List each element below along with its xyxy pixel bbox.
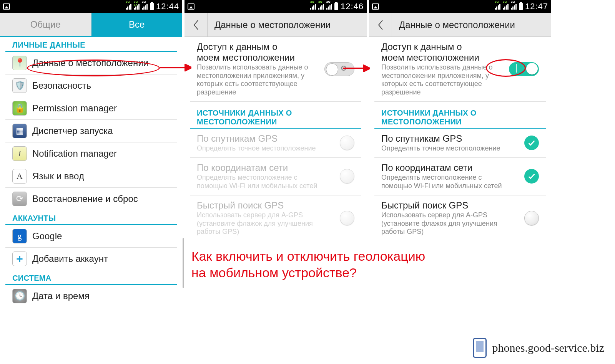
clock: 12:47 [525,2,548,12]
row-network: По координатам сети Определять местополо… [190,158,361,195]
item-language[interactable]: A Язык и ввод [5,165,177,188]
signal-icon: 2G [326,3,332,10]
item-security[interactable]: 🛡️ Безопасность [5,74,177,97]
item-label: Восстановление и сброс [32,194,138,204]
screen-location-off: 3G 3G 2G 12:46 Данные о местоположении Д… [184,0,367,364]
row-subtitle: Определять местоположение с помощью Wi-F… [381,174,504,190]
screen-location-on: 3G 3G 2G 12:47 Данные о местоположении Д… [369,0,551,364]
signal-icon: 3G [126,3,131,10]
item-permission[interactable]: 🔒 Permission manager [5,97,177,120]
row-subtitle: Определять точное местоположение [197,144,320,153]
clock: 12:44 [156,2,179,12]
radio-gps [340,136,354,150]
checkbox-network[interactable] [524,169,539,184]
item-label: Google [32,231,62,242]
row-access[interactable]: Доступ к данным омоем местоположении Поз… [374,37,546,102]
plus-icon: + [12,251,27,266]
status-bar: 3G 3G1X 2G 12:44 [0,0,182,13]
radio-agps[interactable] [524,211,539,225]
back-button[interactable] [369,13,392,36]
row-title: По спутникам GPS [381,133,504,144]
row-gps: По спутникам GPS Определять точное место… [190,129,361,158]
row-title: Доступ к данным омоем местоположении [197,41,320,63]
item-label: Permission manager [32,103,117,114]
toggle-location-access[interactable]: O [324,62,354,76]
section-sources: ИСТОЧНИКИ ДАННЫХ О МЕСТОПОЛОЖЕНИИ [374,105,546,129]
row-subtitle: Определять местоположение с помощью Wi-F… [197,174,320,190]
footer-credit: phones.good-service.biz [473,338,604,358]
item-add-account[interactable]: + Добавить аккаунт [5,248,177,270]
info-icon: i [12,146,27,161]
battery-icon [334,3,338,10]
row-subtitle: Использовать сервер для A-GPS (установит… [381,211,504,236]
checkbox-gps[interactable] [524,136,539,150]
section-system: СИСТЕМА [5,270,177,285]
row-subtitle: Позволить использовать данные о местопол… [381,63,504,96]
signal-icon: 3G [310,3,316,10]
signal-icon: 2G [142,3,148,10]
item-label: Язык и ввод [32,171,84,182]
shield-icon: 🛡️ [12,78,27,93]
signal-icon: 3G [318,3,324,10]
row-subtitle: Использовать сервер для A-GPS (установит… [197,211,320,236]
screenshot-icon [188,3,194,10]
toggle-location-access[interactable] [509,62,539,76]
item-datetime[interactable]: 🕓 Дата и время [5,285,177,307]
item-label: Добавить аккаунт [32,253,108,264]
signal-icon: 2G [511,3,517,10]
clock-icon: 🕓 [12,289,27,303]
status-bar: 3G 3G 2G 12:47 [369,0,551,13]
map-pin-icon: 📍 [12,56,27,70]
row-subtitle: Определять точное местоположение [381,144,504,153]
item-label: Безопасность [32,80,91,91]
signal-icon: 3G [495,3,500,10]
row-agps[interactable]: Быстрый поиск GPS Использовать сервер дл… [374,195,546,241]
screen-settings-all: 3G 3G1X 2G 12:44 Общие Все ЛИЧНЫЕ ДАННЫЕ… [0,0,182,364]
battery-icon [150,3,154,10]
section-accounts: АККАУНТЫ [5,210,177,225]
item-google[interactable]: g Google [5,225,177,248]
tab-all[interactable]: Все [91,13,183,36]
status-bar: 3G 3G 2G 12:46 [184,0,367,13]
item-label: Дата и время [32,291,90,301]
row-title: По координатам сети [197,162,320,173]
letter-a-icon: A [12,169,27,184]
appbar: Данные о местоположении [184,13,367,37]
lock-icon: 🔒 [12,101,27,116]
row-agps: Быстрый поиск GPS Использовать сервер дл… [190,195,361,241]
radio-agps [340,211,354,225]
appbar: Данные о местоположении [369,13,551,37]
page-title: Данные о местоположении [208,20,331,30]
refresh-icon: ⟳ [12,192,27,206]
phone-icon [473,338,487,358]
row-title: Быстрый поиск GPS [197,200,320,211]
tabs: Общие Все [0,13,182,37]
back-button[interactable] [184,13,208,36]
tab-general[interactable]: Общие [0,13,91,36]
scrollbar[interactable] [183,238,184,288]
row-gps[interactable]: По спутникам GPS Определять точное место… [374,129,546,158]
clock: 12:46 [341,2,364,12]
page-title: Данные о местоположении [392,20,515,30]
item-notification[interactable]: i Notification manager [5,142,177,165]
launcher-icon: ▦ [12,124,27,138]
row-subtitle: Позволить использовать данные о местопол… [197,63,320,96]
screenshot-icon [3,3,10,10]
signal-icon: 3G1X [134,3,140,10]
section-personal: ЛИЧНЫЕ ДАННЫЕ [5,37,177,52]
item-label: Notification manager [32,148,117,159]
row-title: Доступ к данным омоем местоположении [381,41,504,63]
row-title: По спутникам GPS [197,133,320,144]
item-location[interactable]: 📍 Данные о местоположении [5,52,177,74]
section-sources: ИСТОЧНИКИ ДАННЫХ О МЕСТОПОЛОЖЕНИИ [190,105,361,129]
item-launcher[interactable]: ▦ Диспетчер запуска [5,120,177,142]
item-label: Диспетчер запуска [32,126,113,136]
radio-network [340,169,354,184]
item-reset[interactable]: ⟳ Восстановление и сброс [5,188,177,210]
row-access[interactable]: Доступ к данным омоем местоположении Поз… [190,37,361,102]
google-icon: g [12,229,27,243]
row-title: По координатам сети [381,162,504,173]
row-network[interactable]: По координатам сети Определять местополо… [374,158,546,195]
item-label: Данные о местоположении [32,58,148,68]
annotation-caption: Как включить и отключить геолокациюна мо… [191,248,425,281]
